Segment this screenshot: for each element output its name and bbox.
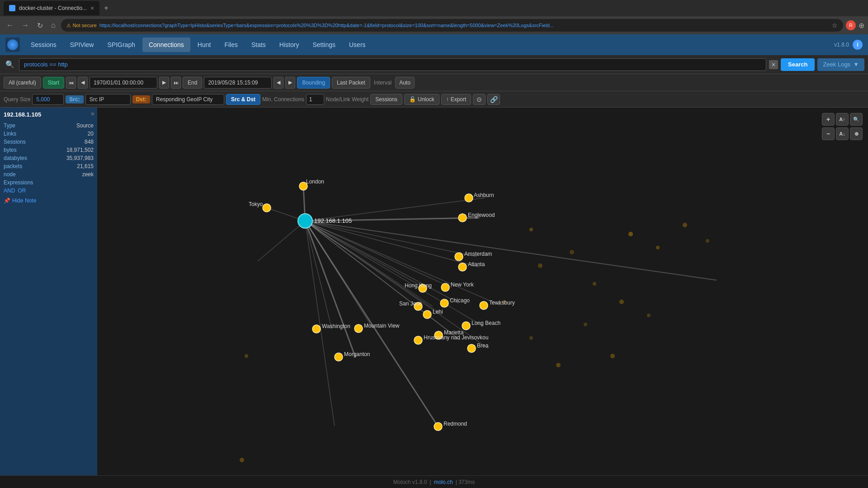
node-atlanta (458, 263, 467, 271)
src-input[interactable] (85, 94, 131, 105)
zoom-fit-button[interactable]: 🔍 (850, 113, 863, 126)
sessions-button[interactable]: Sessions (370, 94, 402, 105)
info-button[interactable]: i (853, 40, 863, 50)
main-content: × 192.168.1.105 Type Source Links 20 Ses… (0, 108, 868, 475)
end-time-input[interactable] (204, 77, 272, 89)
url-bar[interactable]: ⚠ Not secure https://localhost/connectio… (61, 19, 843, 32)
address-bar: ← → ↻ ⌂ ⚠ Not secure https://localhost/c… (0, 16, 868, 34)
node-label: node (4, 171, 16, 178)
nav-users[interactable]: Users (343, 38, 372, 52)
start-last-button[interactable]: ⏭ (171, 77, 181, 89)
label-morganton: Morganton (344, 351, 370, 357)
profile-avatar[interactable]: R (846, 20, 856, 30)
home-button[interactable]: ⌂ (48, 19, 58, 31)
label-tokyo: Tokyo (249, 201, 263, 207)
nav-spigraph[interactable]: SPIGraph (101, 38, 141, 52)
graph-area[interactable]: London Tokyo Ashburn Englewood Amsterdam… (97, 108, 868, 475)
node-link-weight-label: Node/Link Weight (326, 96, 369, 103)
nav-files[interactable]: Files (218, 38, 244, 52)
molo-ch-link[interactable]: molo.ch (434, 479, 453, 485)
nav-connections[interactable]: Connections (142, 38, 190, 52)
nav-settings[interactable]: Settings (306, 38, 342, 52)
start-first-button[interactable]: ⏮ (66, 77, 76, 89)
nav-hunt[interactable]: Hunt (191, 38, 217, 52)
dst-input[interactable] (152, 94, 224, 105)
circle-button[interactable]: ⊙ (473, 94, 486, 105)
bounding-button[interactable]: Bounding (297, 77, 330, 89)
tab-title: docker-cluster - Connectio... (19, 5, 87, 11)
last-packet-button[interactable]: Last Packet (332, 77, 370, 89)
search-bar: 🔍 × Search Zeek Logs ▼ (0, 55, 868, 74)
label-longbeach: Long Beach (472, 320, 500, 326)
warning-icon: ⚠ (66, 23, 71, 28)
moloch-version: Moloch v1.8.0 (393, 479, 427, 485)
zoom-out-button[interactable]: − (822, 127, 835, 140)
label-hongkong: Hong Kong (405, 282, 432, 289)
auto-button[interactable]: Auto (395, 77, 415, 89)
nav-history[interactable]: History (273, 38, 306, 52)
search-input[interactable] (19, 58, 766, 71)
start-time-input[interactable] (90, 77, 157, 89)
font-increase-button[interactable]: A↑ (836, 113, 849, 126)
nav-version: v1.8.0 i (834, 40, 863, 50)
hide-note-button[interactable]: 📌 Hide Note (4, 197, 94, 204)
label-redmond: Redmond (443, 421, 467, 427)
packets-value: 21,615 (77, 163, 94, 169)
label-hrusovany: Hrusovany nad Jevisovkou (424, 334, 488, 341)
end-next-button[interactable]: ▶ (285, 77, 295, 89)
svg-point-4 (529, 228, 533, 231)
font-decrease-button[interactable]: A↓ (836, 127, 849, 140)
srcdst-button[interactable]: Src & Dst (226, 94, 260, 105)
search-button[interactable]: Search (781, 58, 815, 71)
node-redmond (434, 422, 442, 431)
start-prev-button[interactable]: ◀ (78, 77, 88, 89)
expr-and-button[interactable]: AND (4, 188, 15, 194)
clear-button[interactable]: × (769, 60, 778, 69)
node-brea (467, 344, 476, 352)
svg-point-16 (245, 354, 248, 358)
back-button[interactable]: ← (4, 19, 16, 31)
zeek-logs-button[interactable]: Zeek Logs ▼ (817, 58, 864, 71)
new-tab-button[interactable]: + (101, 2, 111, 14)
graph-controls: + A↑ 🔍 − A↓ ⊕ (822, 113, 863, 140)
src-badge: Src: (66, 95, 83, 103)
node-englewood (458, 214, 467, 222)
tab-close-icon[interactable]: × (90, 5, 94, 12)
nav-spiview[interactable]: SPIView (64, 38, 100, 52)
hide-note-label: Hide Note (12, 197, 36, 204)
svg-point-7 (619, 300, 624, 304)
label-atlanta: Atlanta (468, 261, 485, 267)
end-prev-button[interactable]: ◀ (274, 77, 283, 89)
node-lehi (423, 310, 431, 319)
edge-left (258, 221, 305, 261)
query-size-input[interactable] (32, 94, 64, 105)
svg-point-15 (240, 458, 244, 462)
node-tewksbury (480, 301, 488, 310)
reload-button[interactable]: ↻ (34, 19, 46, 32)
sidebar-close-button[interactable]: × (91, 110, 94, 117)
expr-or-button[interactable]: OR (18, 188, 26, 194)
careful-button[interactable]: All (careful) (4, 77, 41, 89)
expressions-actions: AND OR (4, 188, 94, 194)
nav-stats[interactable]: Stats (245, 38, 272, 52)
start-next-button[interactable]: ▶ (159, 77, 169, 89)
link-button[interactable]: 🔗 (487, 94, 500, 105)
zoom-reset-button[interactable]: ⊕ (850, 127, 863, 140)
active-tab[interactable]: docker-cluster - Connectio... × (4, 1, 99, 15)
start-button[interactable]: Start (43, 77, 64, 89)
svg-point-10 (584, 323, 587, 326)
databytes-label: databytes (4, 155, 27, 161)
label-main-node: 192.168.1.105 (314, 217, 352, 224)
forward-button[interactable]: → (19, 19, 32, 31)
end-button[interactable]: End (183, 77, 202, 89)
nav-sessions[interactable]: Sessions (24, 38, 63, 52)
note-icon: 📌 (4, 197, 10, 204)
tab-bar: docker-cluster - Connectio... × + (0, 0, 868, 16)
node-ashburn (465, 194, 473, 202)
bookmark-icon[interactable]: ☆ (832, 22, 838, 29)
min-connections-input[interactable] (306, 94, 324, 105)
packets-label: packets (4, 163, 22, 169)
zoom-in-button[interactable]: + (822, 113, 835, 126)
export-button[interactable]: ↑ Export (441, 94, 472, 105)
unlock-button[interactable]: 🔓 Unlock (404, 94, 439, 105)
